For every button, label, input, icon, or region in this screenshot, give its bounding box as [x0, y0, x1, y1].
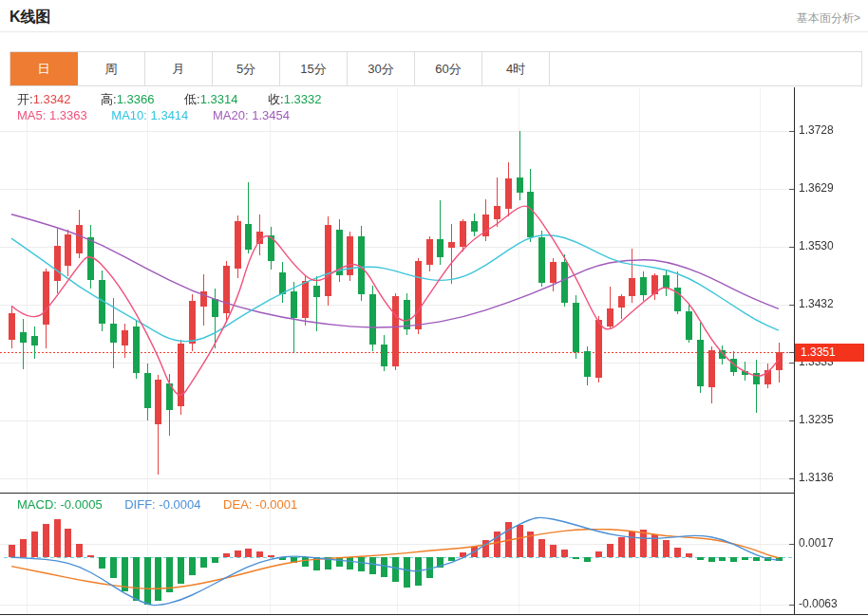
- current-price-badge: 1.3351: [795, 344, 864, 362]
- y-axis-label: 0.0017: [799, 536, 865, 550]
- ma-readout: MA5: 1.3363 MA10: 1.3414 MA20: 1.3454: [17, 108, 311, 122]
- y-axis-label: 1.3629: [799, 181, 865, 195]
- fundamental-analysis-link[interactable]: 基本面分析>: [797, 10, 860, 27]
- ma10-value: MA10: 1.3414: [111, 108, 188, 122]
- tab-4hour[interactable]: 4时: [482, 52, 550, 85]
- ma5-value: MA5: 1.3363: [17, 108, 87, 122]
- close-value: 收:1.3332: [268, 91, 321, 108]
- page-header: K线图 基本面分析>: [0, 0, 868, 31]
- tab-month[interactable]: 月: [145, 52, 213, 85]
- open-value: 开:1.3342: [17, 91, 70, 108]
- y-axis-label: 1.3235: [799, 413, 865, 426]
- y-axis-label: 1.3530: [799, 239, 865, 252]
- tab-week[interactable]: 周: [78, 52, 145, 85]
- ohlc-readout: 开:1.3342 高:1.3366 低:1.3314 收:1.3332: [17, 91, 348, 108]
- y-axis-label: 1.3136: [799, 471, 865, 484]
- kline-page: K线图 基本面分析> 日 周 月 5分 15分 30分 60分 4时 开:1.3…: [0, 0, 868, 616]
- high-value: 高:1.3366: [101, 91, 154, 108]
- diff-value: DIFF: -0.0004: [124, 497, 200, 512]
- tab-30min[interactable]: 30分: [348, 52, 415, 85]
- ma20-value: MA20: 1.3454: [213, 108, 290, 122]
- tab-60min[interactable]: 60分: [415, 52, 482, 85]
- header-divider: [0, 31, 868, 32]
- macd-value: MACD: -0.0005: [17, 497, 103, 512]
- macd-readout: MACD: -0.0005 DIFF: -0.0004 DEA: -0.0001: [17, 497, 316, 512]
- y-axis-label: -0.0063: [799, 597, 865, 610]
- tab-15min[interactable]: 15分: [280, 52, 348, 85]
- interval-tabs: 日 周 月 5分 15分 30分 60分 4时: [9, 51, 862, 86]
- y-axis-label: 1.3432: [799, 297, 865, 310]
- tab-day[interactable]: 日: [10, 52, 78, 85]
- low-value: 低:1.3314: [184, 91, 237, 108]
- dea-value: DEA: -0.0001: [223, 497, 297, 512]
- y-axis-label: 1.3728: [799, 123, 865, 137]
- tab-strip-filler: [550, 52, 861, 85]
- page-title: K线图: [9, 8, 51, 28]
- tab-5min[interactable]: 5分: [213, 52, 280, 85]
